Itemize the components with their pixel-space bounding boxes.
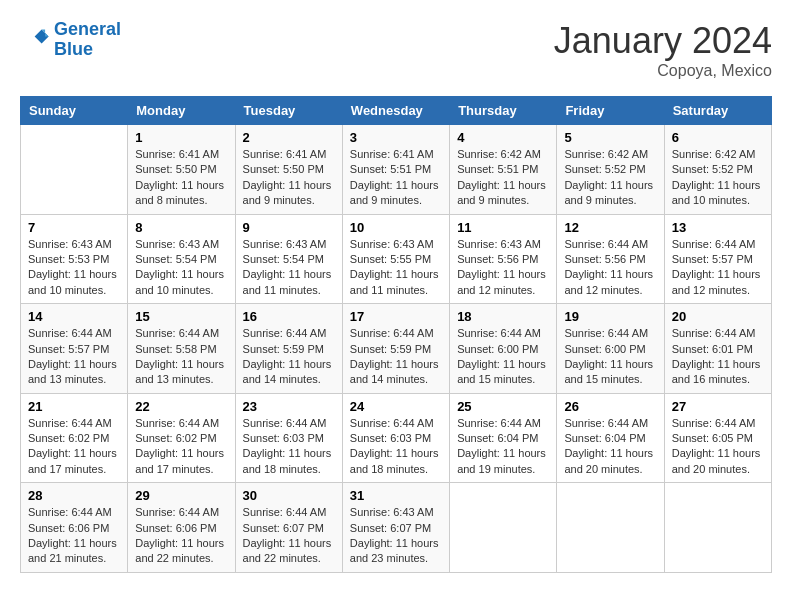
- day-number: 22: [135, 399, 227, 414]
- day-info: Sunrise: 6:43 AMSunset: 5:55 PMDaylight:…: [350, 237, 442, 299]
- day-info: Sunrise: 6:44 AMSunset: 5:59 PMDaylight:…: [243, 326, 335, 388]
- location: Copoya, Mexico: [554, 62, 772, 80]
- day-info: Sunrise: 6:44 AMSunset: 5:59 PMDaylight:…: [350, 326, 442, 388]
- calendar-cell: 11Sunrise: 6:43 AMSunset: 5:56 PMDayligh…: [450, 214, 557, 304]
- calendar-cell: 2Sunrise: 6:41 AMSunset: 5:50 PMDaylight…: [235, 125, 342, 215]
- calendar-cell: [664, 483, 771, 573]
- calendar-cell: 5Sunrise: 6:42 AMSunset: 5:52 PMDaylight…: [557, 125, 664, 215]
- day-info: Sunrise: 6:44 AMSunset: 5:57 PMDaylight:…: [672, 237, 764, 299]
- logo-text-line1: General: [54, 20, 121, 40]
- day-info: Sunrise: 6:44 AMSunset: 5:56 PMDaylight:…: [564, 237, 656, 299]
- day-number: 23: [243, 399, 335, 414]
- day-info: Sunrise: 6:44 AMSunset: 6:04 PMDaylight:…: [564, 416, 656, 478]
- day-info: Sunrise: 6:41 AMSunset: 5:51 PMDaylight:…: [350, 147, 442, 209]
- day-info: Sunrise: 6:44 AMSunset: 6:03 PMDaylight:…: [243, 416, 335, 478]
- calendar-week-row: 14Sunrise: 6:44 AMSunset: 5:57 PMDayligh…: [21, 304, 772, 394]
- calendar-header-row: Sunday Monday Tuesday Wednesday Thursday…: [21, 97, 772, 125]
- day-number: 11: [457, 220, 549, 235]
- calendar-cell: [557, 483, 664, 573]
- month-title: January 2024: [554, 20, 772, 62]
- day-number: 13: [672, 220, 764, 235]
- calendar-cell: 21Sunrise: 6:44 AMSunset: 6:02 PMDayligh…: [21, 393, 128, 483]
- day-info: Sunrise: 6:44 AMSunset: 5:57 PMDaylight:…: [28, 326, 120, 388]
- col-tuesday: Tuesday: [235, 97, 342, 125]
- calendar-cell: 3Sunrise: 6:41 AMSunset: 5:51 PMDaylight…: [342, 125, 449, 215]
- day-number: 31: [350, 488, 442, 503]
- day-info: Sunrise: 6:42 AMSunset: 5:52 PMDaylight:…: [672, 147, 764, 209]
- calendar-cell: 26Sunrise: 6:44 AMSunset: 6:04 PMDayligh…: [557, 393, 664, 483]
- logo-text-line2: Blue: [54, 40, 121, 60]
- day-number: 14: [28, 309, 120, 324]
- day-info: Sunrise: 6:44 AMSunset: 6:02 PMDaylight:…: [135, 416, 227, 478]
- day-number: 9: [243, 220, 335, 235]
- calendar-cell: 6Sunrise: 6:42 AMSunset: 5:52 PMDaylight…: [664, 125, 771, 215]
- day-info: Sunrise: 6:43 AMSunset: 6:07 PMDaylight:…: [350, 505, 442, 567]
- day-info: Sunrise: 6:43 AMSunset: 5:53 PMDaylight:…: [28, 237, 120, 299]
- calendar-cell: 8Sunrise: 6:43 AMSunset: 5:54 PMDaylight…: [128, 214, 235, 304]
- calendar-table: Sunday Monday Tuesday Wednesday Thursday…: [20, 96, 772, 573]
- calendar-cell: 31Sunrise: 6:43 AMSunset: 6:07 PMDayligh…: [342, 483, 449, 573]
- day-number: 18: [457, 309, 549, 324]
- day-number: 28: [28, 488, 120, 503]
- col-monday: Monday: [128, 97, 235, 125]
- day-number: 5: [564, 130, 656, 145]
- day-info: Sunrise: 6:44 AMSunset: 6:02 PMDaylight:…: [28, 416, 120, 478]
- calendar-cell: 4Sunrise: 6:42 AMSunset: 5:51 PMDaylight…: [450, 125, 557, 215]
- calendar-week-row: 28Sunrise: 6:44 AMSunset: 6:06 PMDayligh…: [21, 483, 772, 573]
- calendar-cell: 24Sunrise: 6:44 AMSunset: 6:03 PMDayligh…: [342, 393, 449, 483]
- day-info: Sunrise: 6:44 AMSunset: 6:06 PMDaylight:…: [135, 505, 227, 567]
- calendar-cell: [21, 125, 128, 215]
- day-number: 2: [243, 130, 335, 145]
- calendar-cell: 29Sunrise: 6:44 AMSunset: 6:06 PMDayligh…: [128, 483, 235, 573]
- calendar-cell: 14Sunrise: 6:44 AMSunset: 5:57 PMDayligh…: [21, 304, 128, 394]
- day-number: 30: [243, 488, 335, 503]
- day-info: Sunrise: 6:43 AMSunset: 5:56 PMDaylight:…: [457, 237, 549, 299]
- calendar-cell: 27Sunrise: 6:44 AMSunset: 6:05 PMDayligh…: [664, 393, 771, 483]
- day-number: 8: [135, 220, 227, 235]
- day-info: Sunrise: 6:44 AMSunset: 6:00 PMDaylight:…: [457, 326, 549, 388]
- day-info: Sunrise: 6:44 AMSunset: 5:58 PMDaylight:…: [135, 326, 227, 388]
- calendar-cell: 22Sunrise: 6:44 AMSunset: 6:02 PMDayligh…: [128, 393, 235, 483]
- calendar-cell: 13Sunrise: 6:44 AMSunset: 5:57 PMDayligh…: [664, 214, 771, 304]
- calendar-cell: 16Sunrise: 6:44 AMSunset: 5:59 PMDayligh…: [235, 304, 342, 394]
- day-info: Sunrise: 6:44 AMSunset: 6:05 PMDaylight:…: [672, 416, 764, 478]
- title-block: January 2024 Copoya, Mexico: [554, 20, 772, 80]
- day-number: 12: [564, 220, 656, 235]
- day-number: 4: [457, 130, 549, 145]
- day-number: 19: [564, 309, 656, 324]
- calendar-cell: 23Sunrise: 6:44 AMSunset: 6:03 PMDayligh…: [235, 393, 342, 483]
- day-number: 29: [135, 488, 227, 503]
- day-info: Sunrise: 6:41 AMSunset: 5:50 PMDaylight:…: [135, 147, 227, 209]
- day-number: 3: [350, 130, 442, 145]
- day-number: 25: [457, 399, 549, 414]
- day-number: 16: [243, 309, 335, 324]
- logo-icon: [22, 24, 50, 52]
- calendar-cell: 12Sunrise: 6:44 AMSunset: 5:56 PMDayligh…: [557, 214, 664, 304]
- day-info: Sunrise: 6:44 AMSunset: 6:00 PMDaylight:…: [564, 326, 656, 388]
- col-sunday: Sunday: [21, 97, 128, 125]
- day-info: Sunrise: 6:44 AMSunset: 6:04 PMDaylight:…: [457, 416, 549, 478]
- day-info: Sunrise: 6:43 AMSunset: 5:54 PMDaylight:…: [135, 237, 227, 299]
- calendar-cell: 28Sunrise: 6:44 AMSunset: 6:06 PMDayligh…: [21, 483, 128, 573]
- day-number: 20: [672, 309, 764, 324]
- day-info: Sunrise: 6:44 AMSunset: 6:07 PMDaylight:…: [243, 505, 335, 567]
- day-info: Sunrise: 6:42 AMSunset: 5:51 PMDaylight:…: [457, 147, 549, 209]
- day-number: 26: [564, 399, 656, 414]
- day-number: 27: [672, 399, 764, 414]
- logo: General Blue: [20, 20, 121, 60]
- page-header: General Blue January 2024 Copoya, Mexico: [20, 20, 772, 80]
- day-info: Sunrise: 6:42 AMSunset: 5:52 PMDaylight:…: [564, 147, 656, 209]
- day-number: 21: [28, 399, 120, 414]
- calendar-cell: 19Sunrise: 6:44 AMSunset: 6:00 PMDayligh…: [557, 304, 664, 394]
- calendar-cell: 20Sunrise: 6:44 AMSunset: 6:01 PMDayligh…: [664, 304, 771, 394]
- calendar-cell: 9Sunrise: 6:43 AMSunset: 5:54 PMDaylight…: [235, 214, 342, 304]
- day-number: 15: [135, 309, 227, 324]
- day-info: Sunrise: 6:44 AMSunset: 6:03 PMDaylight:…: [350, 416, 442, 478]
- calendar-cell: 15Sunrise: 6:44 AMSunset: 5:58 PMDayligh…: [128, 304, 235, 394]
- col-saturday: Saturday: [664, 97, 771, 125]
- calendar-cell: 17Sunrise: 6:44 AMSunset: 5:59 PMDayligh…: [342, 304, 449, 394]
- calendar-cell: 7Sunrise: 6:43 AMSunset: 5:53 PMDaylight…: [21, 214, 128, 304]
- calendar-cell: 30Sunrise: 6:44 AMSunset: 6:07 PMDayligh…: [235, 483, 342, 573]
- calendar-cell: 18Sunrise: 6:44 AMSunset: 6:00 PMDayligh…: [450, 304, 557, 394]
- calendar-cell: 10Sunrise: 6:43 AMSunset: 5:55 PMDayligh…: [342, 214, 449, 304]
